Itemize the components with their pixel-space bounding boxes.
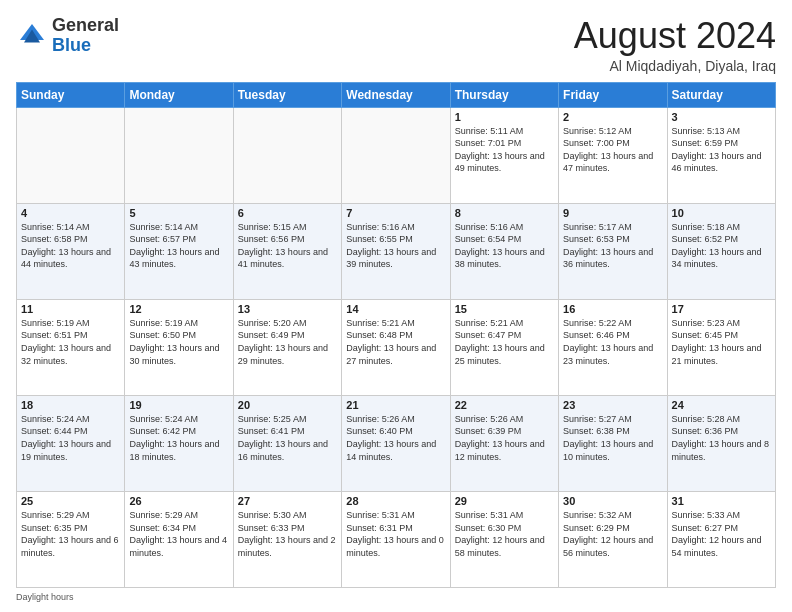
calendar-week-row: 11Sunrise: 5:19 AMSunset: 6:51 PMDayligh… <box>17 299 776 395</box>
day-number: 26 <box>129 495 228 507</box>
day-info: Sunrise: 5:23 AMSunset: 6:45 PMDaylight:… <box>672 317 771 367</box>
weekday-header-row: SundayMondayTuesdayWednesdayThursdayFrid… <box>17 82 776 107</box>
day-info: Sunrise: 5:29 AMSunset: 6:35 PMDaylight:… <box>21 509 120 559</box>
day-number: 19 <box>129 399 228 411</box>
calendar-cell: 26Sunrise: 5:29 AMSunset: 6:34 PMDayligh… <box>125 491 233 587</box>
calendar-cell: 21Sunrise: 5:26 AMSunset: 6:40 PMDayligh… <box>342 395 450 491</box>
day-info: Sunrise: 5:31 AMSunset: 6:30 PMDaylight:… <box>455 509 554 559</box>
day-info: Sunrise: 5:13 AMSunset: 6:59 PMDaylight:… <box>672 125 771 175</box>
day-number: 20 <box>238 399 337 411</box>
day-info: Sunrise: 5:29 AMSunset: 6:34 PMDaylight:… <box>129 509 228 559</box>
day-info: Sunrise: 5:19 AMSunset: 6:51 PMDaylight:… <box>21 317 120 367</box>
daylight-label: Daylight hours <box>16 592 74 602</box>
logo-blue: Blue <box>52 36 119 56</box>
day-info: Sunrise: 5:16 AMSunset: 6:55 PMDaylight:… <box>346 221 445 271</box>
calendar-week-row: 1Sunrise: 5:11 AMSunset: 7:01 PMDaylight… <box>17 107 776 203</box>
day-number: 16 <box>563 303 662 315</box>
calendar-body: 1Sunrise: 5:11 AMSunset: 7:01 PMDaylight… <box>17 107 776 587</box>
day-info: Sunrise: 5:15 AMSunset: 6:56 PMDaylight:… <box>238 221 337 271</box>
calendar-cell: 24Sunrise: 5:28 AMSunset: 6:36 PMDayligh… <box>667 395 775 491</box>
subtitle: Al Miqdadiyah, Diyala, Iraq <box>574 58 776 74</box>
weekday-header-wednesday: Wednesday <box>342 82 450 107</box>
day-info: Sunrise: 5:21 AMSunset: 6:48 PMDaylight:… <box>346 317 445 367</box>
day-number: 1 <box>455 111 554 123</box>
day-number: 13 <box>238 303 337 315</box>
day-number: 30 <box>563 495 662 507</box>
calendar-cell: 12Sunrise: 5:19 AMSunset: 6:50 PMDayligh… <box>125 299 233 395</box>
calendar-cell: 3Sunrise: 5:13 AMSunset: 6:59 PMDaylight… <box>667 107 775 203</box>
calendar-cell: 7Sunrise: 5:16 AMSunset: 6:55 PMDaylight… <box>342 203 450 299</box>
calendar-cell: 31Sunrise: 5:33 AMSunset: 6:27 PMDayligh… <box>667 491 775 587</box>
calendar-cell <box>17 107 125 203</box>
day-number: 17 <box>672 303 771 315</box>
day-info: Sunrise: 5:30 AMSunset: 6:33 PMDaylight:… <box>238 509 337 559</box>
calendar-cell: 6Sunrise: 5:15 AMSunset: 6:56 PMDaylight… <box>233 203 341 299</box>
calendar-cell: 20Sunrise: 5:25 AMSunset: 6:41 PMDayligh… <box>233 395 341 491</box>
calendar-cell: 4Sunrise: 5:14 AMSunset: 6:58 PMDaylight… <box>17 203 125 299</box>
day-info: Sunrise: 5:33 AMSunset: 6:27 PMDaylight:… <box>672 509 771 559</box>
calendar-cell: 16Sunrise: 5:22 AMSunset: 6:46 PMDayligh… <box>559 299 667 395</box>
calendar-cell: 29Sunrise: 5:31 AMSunset: 6:30 PMDayligh… <box>450 491 558 587</box>
generalblue-logo-icon <box>16 20 48 52</box>
calendar-cell: 2Sunrise: 5:12 AMSunset: 7:00 PMDaylight… <box>559 107 667 203</box>
weekday-header-sunday: Sunday <box>17 82 125 107</box>
day-number: 2 <box>563 111 662 123</box>
day-number: 8 <box>455 207 554 219</box>
day-info: Sunrise: 5:24 AMSunset: 6:42 PMDaylight:… <box>129 413 228 463</box>
logo: General Blue <box>16 16 119 56</box>
day-info: Sunrise: 5:25 AMSunset: 6:41 PMDaylight:… <box>238 413 337 463</box>
day-info: Sunrise: 5:22 AMSunset: 6:46 PMDaylight:… <box>563 317 662 367</box>
calendar-cell: 14Sunrise: 5:21 AMSunset: 6:48 PMDayligh… <box>342 299 450 395</box>
title-block: August 2024 Al Miqdadiyah, Diyala, Iraq <box>574 16 776 74</box>
day-number: 25 <box>21 495 120 507</box>
day-number: 6 <box>238 207 337 219</box>
day-number: 27 <box>238 495 337 507</box>
day-info: Sunrise: 5:24 AMSunset: 6:44 PMDaylight:… <box>21 413 120 463</box>
header: General Blue August 2024 Al Miqdadiyah, … <box>16 16 776 74</box>
day-number: 5 <box>129 207 228 219</box>
day-number: 9 <box>563 207 662 219</box>
weekday-header-friday: Friday <box>559 82 667 107</box>
day-info: Sunrise: 5:14 AMSunset: 6:58 PMDaylight:… <box>21 221 120 271</box>
day-number: 7 <box>346 207 445 219</box>
calendar-cell: 23Sunrise: 5:27 AMSunset: 6:38 PMDayligh… <box>559 395 667 491</box>
main-title: August 2024 <box>574 16 776 56</box>
day-number: 14 <box>346 303 445 315</box>
day-number: 23 <box>563 399 662 411</box>
calendar-cell: 22Sunrise: 5:26 AMSunset: 6:39 PMDayligh… <box>450 395 558 491</box>
day-info: Sunrise: 5:14 AMSunset: 6:57 PMDaylight:… <box>129 221 228 271</box>
day-info: Sunrise: 5:16 AMSunset: 6:54 PMDaylight:… <box>455 221 554 271</box>
calendar-table: SundayMondayTuesdayWednesdayThursdayFrid… <box>16 82 776 588</box>
day-number: 3 <box>672 111 771 123</box>
calendar-week-row: 4Sunrise: 5:14 AMSunset: 6:58 PMDaylight… <box>17 203 776 299</box>
day-info: Sunrise: 5:26 AMSunset: 6:39 PMDaylight:… <box>455 413 554 463</box>
day-info: Sunrise: 5:26 AMSunset: 6:40 PMDaylight:… <box>346 413 445 463</box>
calendar-cell: 30Sunrise: 5:32 AMSunset: 6:29 PMDayligh… <box>559 491 667 587</box>
day-number: 31 <box>672 495 771 507</box>
day-number: 10 <box>672 207 771 219</box>
calendar-week-row: 18Sunrise: 5:24 AMSunset: 6:44 PMDayligh… <box>17 395 776 491</box>
calendar-cell <box>342 107 450 203</box>
day-info: Sunrise: 5:31 AMSunset: 6:31 PMDaylight:… <box>346 509 445 559</box>
calendar-cell <box>125 107 233 203</box>
day-info: Sunrise: 5:27 AMSunset: 6:38 PMDaylight:… <box>563 413 662 463</box>
day-number: 28 <box>346 495 445 507</box>
calendar-cell: 13Sunrise: 5:20 AMSunset: 6:49 PMDayligh… <box>233 299 341 395</box>
calendar-cell: 28Sunrise: 5:31 AMSunset: 6:31 PMDayligh… <box>342 491 450 587</box>
logo-general: General <box>52 16 119 36</box>
footer: Daylight hours <box>16 592 776 602</box>
day-number: 24 <box>672 399 771 411</box>
calendar-cell: 5Sunrise: 5:14 AMSunset: 6:57 PMDaylight… <box>125 203 233 299</box>
day-number: 4 <box>21 207 120 219</box>
day-info: Sunrise: 5:21 AMSunset: 6:47 PMDaylight:… <box>455 317 554 367</box>
logo-text: General Blue <box>52 16 119 56</box>
calendar-cell: 9Sunrise: 5:17 AMSunset: 6:53 PMDaylight… <box>559 203 667 299</box>
calendar-cell: 8Sunrise: 5:16 AMSunset: 6:54 PMDaylight… <box>450 203 558 299</box>
calendar-cell <box>233 107 341 203</box>
day-number: 21 <box>346 399 445 411</box>
weekday-header-monday: Monday <box>125 82 233 107</box>
calendar-cell: 1Sunrise: 5:11 AMSunset: 7:01 PMDaylight… <box>450 107 558 203</box>
calendar-header: SundayMondayTuesdayWednesdayThursdayFrid… <box>17 82 776 107</box>
weekday-header-thursday: Thursday <box>450 82 558 107</box>
day-info: Sunrise: 5:18 AMSunset: 6:52 PMDaylight:… <box>672 221 771 271</box>
